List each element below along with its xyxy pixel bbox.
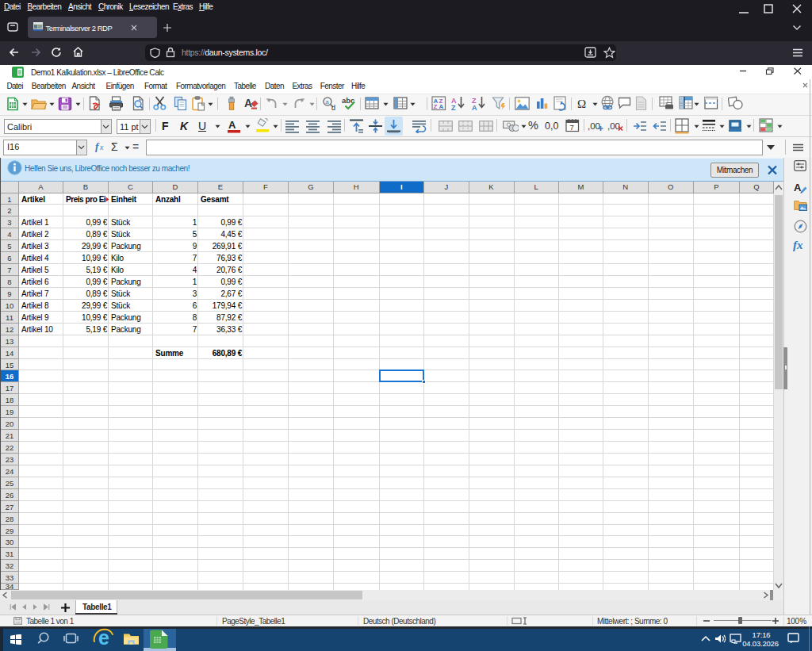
svg-text:A: A bbox=[472, 104, 477, 112]
svg-text:A: A bbox=[439, 103, 444, 110]
svg-text:d: d bbox=[331, 104, 335, 111]
svg-text:A: A bbox=[794, 182, 802, 193]
svg-text:,00: ,00 bbox=[588, 121, 600, 131]
svg-text:,00: ,00 bbox=[607, 121, 620, 131]
svg-text:Z: Z bbox=[434, 103, 438, 110]
svg-text:A: A bbox=[228, 119, 236, 131]
svg-text:fx: fx bbox=[793, 239, 803, 251]
svg-text:Ω: Ω bbox=[577, 98, 586, 110]
svg-text:Z: Z bbox=[451, 104, 456, 112]
svg-text:a: a bbox=[325, 98, 329, 105]
svg-text:7: 7 bbox=[570, 123, 574, 132]
svg-text:A: A bbox=[244, 97, 252, 109]
